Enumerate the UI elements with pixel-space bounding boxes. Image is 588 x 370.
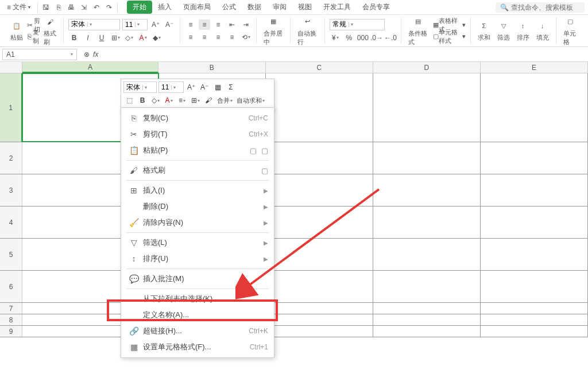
cell[interactable] (266, 142, 373, 174)
format-painter-button[interactable]: 🖌格式刷 (41, 14, 59, 48)
cell[interactable] (266, 207, 373, 238)
cell[interactable] (481, 142, 588, 174)
percent-icon[interactable]: % (343, 33, 355, 43)
mini-autosum-label[interactable]: 自动求和 (235, 95, 266, 106)
cell-style-button[interactable]: ▢ 单元格样式▾ (433, 32, 466, 42)
comma-icon[interactable]: 000 (357, 33, 369, 43)
font-name-combo[interactable]: 宋体▾ (68, 19, 120, 30)
context-menu-item[interactable]: 🔗超链接(H)...Ctrl+K (121, 323, 274, 339)
bold-button[interactable]: B (68, 33, 80, 43)
highlight-button[interactable]: ◆ (151, 33, 163, 43)
row-header-2[interactable]: 2 (0, 142, 22, 174)
decrease-indent-icon[interactable]: ⇤ (226, 20, 238, 30)
tab-member[interactable]: 会员专享 (357, 1, 396, 14)
cell[interactable] (373, 303, 481, 314)
currency-icon[interactable]: ¥ (330, 33, 341, 43)
cell[interactable] (373, 271, 481, 302)
sort-button[interactable]: ↕排序 (514, 18, 532, 43)
col-header-B[interactable]: B (158, 62, 266, 73)
cell[interactable] (373, 73, 481, 142)
cell-format-button[interactable]: ▢单元格 (561, 14, 580, 48)
mini-align-button[interactable]: ≡ (176, 95, 188, 106)
fx-icon[interactable]: fx (93, 50, 98, 59)
row-header-5[interactable]: 5 (0, 239, 22, 270)
formula-input[interactable] (102, 49, 583, 60)
border-button[interactable]: ⊞ (110, 33, 121, 43)
cell[interactable] (373, 207, 481, 238)
cell[interactable] (481, 73, 588, 142)
number-format-combo[interactable]: 常规▾ (330, 19, 385, 30)
col-header-A[interactable]: A (22, 62, 158, 73)
print-icon[interactable]: 🖶 (67, 3, 76, 12)
tab-view[interactable]: 视图 (292, 1, 318, 14)
context-menu-item[interactable]: ▽筛选(L)▶ (121, 235, 274, 251)
paste-button[interactable]: 📋粘贴 (8, 18, 25, 43)
copy-button[interactable]: ⎘ 复制 (28, 32, 39, 42)
search-input[interactable] (511, 3, 580, 11)
conditional-format-button[interactable]: ▤条件格式 (406, 14, 431, 48)
cell[interactable] (266, 303, 373, 314)
tab-review[interactable]: 审阅 (267, 1, 292, 14)
name-box[interactable]: A1▾ (2, 49, 77, 60)
context-menu-item[interactable]: 删除(D)▶ (121, 198, 274, 215)
cell[interactable] (481, 207, 588, 238)
tab-developer[interactable]: 开发工具 (318, 1, 357, 14)
cell[interactable] (481, 326, 588, 337)
align-bottom-icon[interactable]: ≡ (212, 20, 224, 30)
increase-decimal-icon[interactable]: .0→ (371, 33, 382, 43)
cell[interactable] (266, 271, 373, 302)
mini-merge-button[interactable]: ▦ (212, 81, 223, 93)
cell[interactable] (266, 174, 373, 206)
mini-autosum-button[interactable]: Σ (225, 81, 237, 93)
context-menu-item[interactable]: ⊞插入(I)▶ (121, 182, 274, 198)
cell[interactable] (481, 239, 588, 270)
font-size-combo[interactable]: 11▾ (122, 19, 148, 30)
context-menu-item[interactable]: 🖌格式刷▢ (121, 162, 274, 178)
col-header-E[interactable]: E (481, 62, 588, 73)
context-menu-item[interactable]: ▦设置单元格格式(F)...Ctrl+1 (121, 339, 274, 355)
context-menu-item[interactable]: ⎘复制(C)Ctrl+C (121, 110, 274, 126)
mini-merge-label[interactable]: 合并 (216, 95, 234, 106)
mini-decrease-font-icon[interactable]: A⁻ (199, 81, 210, 93)
increase-font-icon[interactable]: A⁺ (150, 20, 161, 30)
context-menu-item[interactable]: 🧹清除内容(N)▶ (121, 215, 274, 231)
file-menu[interactable]: ≡ 文件 ▾ (3, 1, 34, 13)
fill-button[interactable]: ↓填充 (534, 18, 551, 43)
col-header-C[interactable]: C (266, 62, 373, 73)
align-right-icon[interactable]: ≡ (212, 32, 224, 42)
mini-select-icon[interactable]: ⬚ (123, 95, 135, 106)
cell[interactable] (266, 239, 373, 270)
cell[interactable] (481, 174, 588, 206)
mini-font-size[interactable]: 11▾ (158, 81, 184, 93)
context-menu-item[interactable]: 📋粘贴(P)▢▢ (121, 142, 274, 158)
select-all-corner[interactable] (0, 62, 22, 73)
context-menu-item[interactable]: ↕排序(U)▶ (121, 251, 274, 267)
context-menu-item[interactable]: 从下拉列表中选择(K)... (121, 291, 274, 307)
mini-increase-font-icon[interactable]: A⁺ (185, 81, 197, 93)
cell[interactable] (481, 314, 588, 325)
align-top-icon[interactable]: ≡ (185, 20, 196, 30)
save-icon[interactable]: 🖫 (41, 3, 51, 12)
tab-data[interactable]: 数据 (242, 1, 267, 14)
row-header-4[interactable]: 4 (0, 207, 22, 238)
paste-options[interactable]: ▢▢ (250, 146, 268, 155)
mini-fill-color-button[interactable]: ◇ (150, 95, 161, 106)
undo-icon[interactable]: ↶ (92, 3, 101, 12)
decrease-decimal-icon[interactable]: ←.0 (385, 33, 396, 43)
cell[interactable] (373, 239, 481, 270)
row-header-6[interactable]: 6 (0, 271, 22, 302)
context-menu-item[interactable]: 定义名称(A)... (121, 307, 274, 323)
increase-indent-icon[interactable]: ⇥ (240, 20, 252, 30)
cancel-fx-icon[interactable]: ⊗ (84, 50, 90, 59)
cell[interactable] (373, 314, 481, 325)
cell[interactable] (481, 303, 588, 314)
merge-center-button[interactable]: ▦合并居中 (261, 14, 285, 48)
fill-color-button[interactable]: ◇ (123, 33, 135, 43)
filter-button[interactable]: ▽筛选 (495, 18, 512, 43)
row-header-7[interactable]: 7 (0, 303, 22, 314)
tab-formulas[interactable]: 公式 (216, 1, 242, 14)
cell[interactable] (266, 314, 373, 325)
font-color-button[interactable]: A (137, 33, 149, 43)
justify-icon[interactable]: ≡ (226, 32, 238, 42)
align-left-icon[interactable]: ≡ (185, 32, 196, 42)
